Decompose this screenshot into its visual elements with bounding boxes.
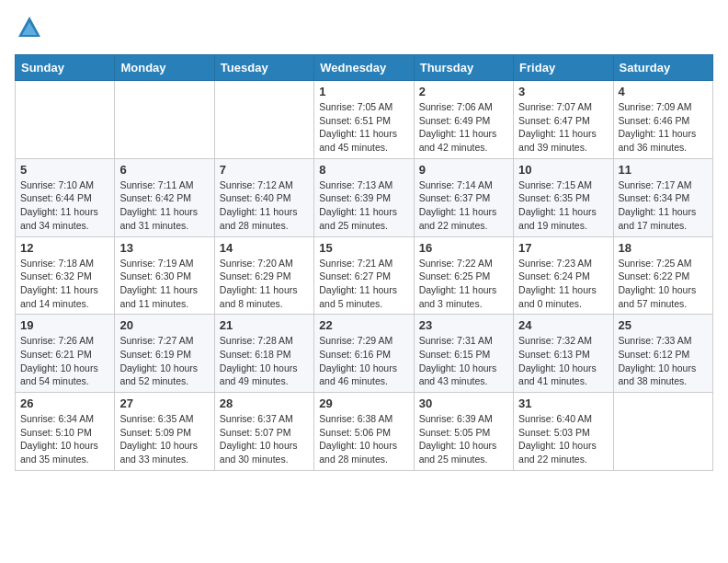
day-number: 12 [20, 241, 109, 255]
calendar-cell: 2Sunrise: 7:06 AM Sunset: 6:49 PM Daylig… [414, 81, 513, 159]
day-number: 6 [119, 163, 209, 177]
day-info: Sunrise: 7:22 AM Sunset: 6:25 PM Dayligh… [419, 257, 508, 311]
day-number: 29 [319, 396, 408, 410]
day-number: 28 [220, 396, 309, 410]
calendar-cell: 30Sunrise: 6:39 AM Sunset: 5:05 PM Dayli… [414, 393, 513, 471]
day-info: Sunrise: 7:13 AM Sunset: 6:39 PM Dayligh… [319, 178, 408, 233]
day-info: Sunrise: 7:18 AM Sunset: 6:32 PM Dayligh… [20, 257, 109, 311]
calendar-cell: 9Sunrise: 7:14 AM Sunset: 6:37 PM Daylig… [414, 158, 513, 236]
day-number: 21 [220, 318, 309, 332]
day-info: Sunrise: 7:06 AM Sunset: 6:49 PM Dayligh… [419, 100, 508, 155]
day-info: Sunrise: 7:12 AM Sunset: 6:40 PM Dayligh… [220, 178, 309, 233]
day-info: Sunrise: 7:28 AM Sunset: 6:18 PM Dayligh… [220, 334, 309, 388]
calendar-cell: 17Sunrise: 7:23 AM Sunset: 6:24 PM Dayli… [514, 236, 613, 315]
logo-text [15, 15, 42, 45]
calendar-week-4: 19Sunrise: 7:26 AM Sunset: 6:21 PM Dayli… [16, 315, 713, 393]
calendar-cell: 7Sunrise: 7:12 AM Sunset: 6:40 PM Daylig… [214, 158, 313, 236]
calendar-cell: 6Sunrise: 7:11 AM Sunset: 6:42 PM Daylig… [115, 158, 214, 236]
day-number: 27 [119, 396, 209, 410]
calendar-cell: 13Sunrise: 7:19 AM Sunset: 6:30 PM Dayli… [115, 236, 214, 315]
day-info: Sunrise: 7:23 AM Sunset: 6:24 PM Dayligh… [518, 257, 608, 311]
day-number: 11 [619, 163, 708, 177]
calendar-cell: 27Sunrise: 6:35 AM Sunset: 5:09 PM Dayli… [115, 393, 214, 471]
day-info: Sunrise: 6:35 AM Sunset: 5:09 PM Dayligh… [119, 412, 209, 466]
calendar-table: SundayMondayTuesdayWednesdayThursdayFrid… [15, 54, 713, 471]
logo-icon [17, 15, 42, 40]
calendar-cell: 14Sunrise: 7:20 AM Sunset: 6:29 PM Dayli… [214, 236, 313, 315]
day-number: 3 [518, 85, 608, 98]
calendar-cell: 10Sunrise: 7:15 AM Sunset: 6:35 PM Dayli… [514, 158, 613, 236]
day-info: Sunrise: 6:34 AM Sunset: 5:10 PM Dayligh… [20, 412, 109, 466]
day-info: Sunrise: 7:09 AM Sunset: 6:46 PM Dayligh… [619, 100, 708, 155]
day-number: 15 [319, 241, 408, 255]
day-info: Sunrise: 7:15 AM Sunset: 6:35 PM Dayligh… [518, 178, 608, 233]
calendar-week-1: 1Sunrise: 7:05 AM Sunset: 6:51 PM Daylig… [16, 81, 713, 159]
day-info: Sunrise: 6:39 AM Sunset: 5:05 PM Dayligh… [419, 412, 508, 466]
day-number: 25 [619, 318, 708, 332]
day-number: 31 [518, 396, 608, 410]
day-info: Sunrise: 7:21 AM Sunset: 6:27 PM Dayligh… [319, 257, 408, 311]
day-number: 2 [419, 85, 508, 98]
day-number: 16 [419, 241, 508, 255]
calendar-cell: 11Sunrise: 7:17 AM Sunset: 6:34 PM Dayli… [613, 158, 712, 236]
day-number: 22 [319, 318, 408, 332]
day-info: Sunrise: 7:10 AM Sunset: 6:44 PM Dayligh… [20, 178, 109, 233]
calendar-cell: 20Sunrise: 7:27 AM Sunset: 6:19 PM Dayli… [115, 315, 214, 393]
logo [15, 15, 42, 45]
day-info: Sunrise: 7:11 AM Sunset: 6:42 PM Dayligh… [119, 178, 209, 233]
calendar-cell [613, 393, 712, 471]
day-number: 4 [619, 85, 708, 98]
calendar-cell: 8Sunrise: 7:13 AM Sunset: 6:39 PM Daylig… [314, 158, 414, 236]
calendar-cell: 1Sunrise: 7:05 AM Sunset: 6:51 PM Daylig… [314, 81, 414, 159]
day-number: 1 [319, 85, 408, 98]
calendar-cell: 28Sunrise: 6:37 AM Sunset: 5:07 PM Dayli… [214, 393, 313, 471]
calendar-cell: 3Sunrise: 7:07 AM Sunset: 6:47 PM Daylig… [514, 81, 613, 159]
calendar-cell: 16Sunrise: 7:22 AM Sunset: 6:25 PM Dayli… [414, 236, 513, 315]
day-number: 17 [518, 241, 608, 255]
day-number: 7 [220, 163, 309, 177]
weekday-header-monday: Monday [115, 55, 214, 81]
day-info: Sunrise: 7:27 AM Sunset: 6:19 PM Dayligh… [119, 334, 209, 388]
day-info: Sunrise: 7:19 AM Sunset: 6:30 PM Dayligh… [119, 257, 209, 311]
day-number: 23 [419, 318, 508, 332]
weekday-header-friday: Friday [514, 55, 613, 81]
day-number: 14 [220, 241, 309, 255]
calendar-cell: 25Sunrise: 7:33 AM Sunset: 6:12 PM Dayli… [613, 315, 712, 393]
day-number: 24 [518, 318, 608, 332]
calendar-cell: 12Sunrise: 7:18 AM Sunset: 6:32 PM Dayli… [16, 236, 115, 315]
weekday-header-saturday: Saturday [613, 55, 712, 81]
day-number: 13 [119, 241, 209, 255]
calendar-cell: 31Sunrise: 6:40 AM Sunset: 5:03 PM Dayli… [514, 393, 613, 471]
day-info: Sunrise: 7:31 AM Sunset: 6:15 PM Dayligh… [419, 334, 508, 388]
calendar-cell [115, 81, 214, 159]
calendar-cell: 26Sunrise: 6:34 AM Sunset: 5:10 PM Dayli… [16, 393, 115, 471]
day-info: Sunrise: 6:40 AM Sunset: 5:03 PM Dayligh… [518, 412, 608, 466]
day-info: Sunrise: 7:17 AM Sunset: 6:34 PM Dayligh… [619, 178, 708, 233]
calendar-cell: 4Sunrise: 7:09 AM Sunset: 6:46 PM Daylig… [613, 81, 712, 159]
calendar-week-3: 12Sunrise: 7:18 AM Sunset: 6:32 PM Dayli… [16, 236, 713, 315]
calendar-cell: 29Sunrise: 6:38 AM Sunset: 5:06 PM Dayli… [314, 393, 414, 471]
weekday-header-tuesday: Tuesday [214, 55, 313, 81]
calendar-cell: 19Sunrise: 7:26 AM Sunset: 6:21 PM Dayli… [16, 315, 115, 393]
day-number: 9 [419, 163, 508, 177]
day-number: 10 [518, 163, 608, 177]
day-info: Sunrise: 7:33 AM Sunset: 6:12 PM Dayligh… [619, 334, 708, 388]
calendar-cell: 22Sunrise: 7:29 AM Sunset: 6:16 PM Dayli… [314, 315, 414, 393]
weekday-header-thursday: Thursday [414, 55, 513, 81]
calendar-cell [16, 81, 115, 159]
calendar-week-5: 26Sunrise: 6:34 AM Sunset: 5:10 PM Dayli… [16, 393, 713, 471]
page-header [15, 15, 713, 45]
day-info: Sunrise: 7:20 AM Sunset: 6:29 PM Dayligh… [220, 257, 309, 311]
day-info: Sunrise: 7:07 AM Sunset: 6:47 PM Dayligh… [518, 100, 608, 155]
calendar-cell [214, 81, 313, 159]
day-info: Sunrise: 7:14 AM Sunset: 6:37 PM Dayligh… [419, 178, 508, 233]
calendar-cell: 21Sunrise: 7:28 AM Sunset: 6:18 PM Dayli… [214, 315, 313, 393]
calendar-cell: 24Sunrise: 7:32 AM Sunset: 6:13 PM Dayli… [514, 315, 613, 393]
day-number: 26 [20, 396, 109, 410]
calendar-cell: 23Sunrise: 7:31 AM Sunset: 6:15 PM Dayli… [414, 315, 513, 393]
calendar-cell: 18Sunrise: 7:25 AM Sunset: 6:22 PM Dayli… [613, 236, 712, 315]
day-info: Sunrise: 7:32 AM Sunset: 6:13 PM Dayligh… [518, 334, 608, 388]
calendar-week-2: 5Sunrise: 7:10 AM Sunset: 6:44 PM Daylig… [16, 158, 713, 236]
day-info: Sunrise: 6:38 AM Sunset: 5:06 PM Dayligh… [319, 412, 408, 466]
day-number: 19 [20, 318, 109, 332]
